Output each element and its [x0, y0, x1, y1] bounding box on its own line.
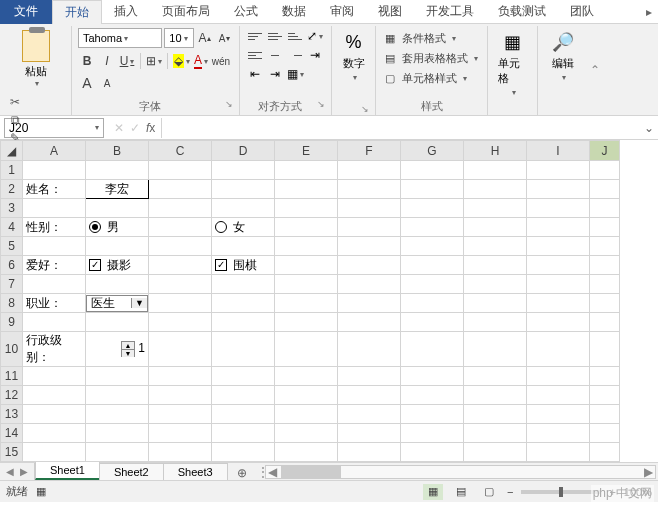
align-bottom-icon[interactable] [286, 28, 304, 44]
copy-icon[interactable]: ⧉ [6, 112, 24, 128]
row-header[interactable]: 3 [1, 199, 23, 218]
row-header[interactable]: 5 [1, 237, 23, 256]
row-header[interactable]: 4 [1, 218, 23, 237]
view-page-break-icon[interactable]: ▢ [479, 484, 499, 500]
decrease-font-icon[interactable]: A▾ [215, 28, 233, 48]
column-headers[interactable]: ◢ A B C D E F G H I J [1, 141, 620, 161]
sheet-nav[interactable]: ◀▶ [0, 463, 35, 480]
fx-icon[interactable]: fx [146, 121, 155, 135]
macro-record-icon[interactable]: ▦ [36, 485, 46, 498]
tab-team[interactable]: 团队 [558, 0, 606, 24]
format-as-table-button[interactable]: ▤套用表格格式▾ [382, 48, 481, 68]
row-header[interactable]: 14 [1, 424, 23, 443]
row-header[interactable]: 9 [1, 313, 23, 332]
radio-male[interactable]: 男 [86, 218, 149, 237]
tab-formulas[interactable]: 公式 [222, 0, 270, 24]
col-header[interactable]: D [212, 141, 275, 161]
orientation-icon[interactable]: ⤢▾ [306, 28, 324, 44]
sheet-tab[interactable]: Sheet1 [35, 461, 100, 480]
col-header[interactable]: A [23, 141, 86, 161]
tab-page-layout[interactable]: 页面布局 [150, 0, 222, 24]
font-small-a-icon[interactable]: A [98, 73, 116, 93]
row-header[interactable]: 13 [1, 405, 23, 424]
file-tab[interactable]: 文件 [0, 0, 52, 24]
spreadsheet-grid[interactable]: ◢ A B C D E F G H I J 1 2 姓名： 李宏 3 4 性别：… [0, 140, 658, 462]
row-header[interactable]: 12 [1, 386, 23, 405]
row-header[interactable]: 6 [1, 256, 23, 275]
bold-button[interactable]: B [78, 51, 96, 71]
zoom-out-icon[interactable]: − [507, 486, 513, 498]
cell-styles-button[interactable]: ▢单元格样式▾ [382, 68, 481, 88]
row-header[interactable]: 11 [1, 367, 23, 386]
merge-cells-icon[interactable]: ▦▾ [286, 66, 304, 82]
decrease-indent-icon[interactable]: ⇤ [246, 66, 264, 82]
number-format-button[interactable]: % 数字 ▾ [338, 28, 370, 84]
row-header[interactable]: 8 [1, 294, 23, 313]
checkbox-weiqi[interactable]: ✓围棋 [212, 256, 275, 275]
align-right-icon[interactable] [286, 47, 304, 63]
new-sheet-button[interactable]: ⊕ [227, 466, 257, 480]
checkbox-photo[interactable]: ✓摄影 [86, 256, 149, 275]
col-header[interactable]: G [401, 141, 464, 161]
col-header[interactable]: C [149, 141, 212, 161]
formula-input[interactable] [161, 118, 634, 138]
dialog-launcher-icon[interactable]: ↘ [361, 104, 369, 114]
row-header[interactable]: 2 [1, 180, 23, 199]
underline-button[interactable]: U▾ [118, 51, 136, 71]
editing-button[interactable]: 🔎 编辑 ▾ [547, 28, 579, 84]
phonetic-button[interactable]: wén [212, 51, 230, 71]
view-page-layout-icon[interactable]: ▤ [451, 484, 471, 500]
horizontal-scrollbar[interactable]: ◀▶ [265, 465, 656, 479]
align-middle-icon[interactable] [266, 28, 284, 44]
align-left-icon[interactable] [246, 47, 264, 63]
row-header[interactable]: 16 [1, 462, 23, 463]
tab-data[interactable]: 数据 [270, 0, 318, 24]
tab-load-test[interactable]: 负载测试 [486, 0, 558, 24]
conditional-format-button[interactable]: ▦条件格式▾ [382, 28, 481, 48]
sheet-tab[interactable]: Sheet3 [163, 463, 228, 480]
row-header[interactable]: 1 [1, 161, 23, 180]
tab-view[interactable]: 视图 [366, 0, 414, 24]
col-header[interactable]: F [338, 141, 401, 161]
dialog-launcher-icon[interactable]: ↘ [225, 99, 233, 109]
col-header[interactable]: H [464, 141, 527, 161]
ribbon-options-icon[interactable]: ⌃ [588, 26, 602, 113]
col-header[interactable]: J [590, 141, 620, 161]
row-header[interactable]: 10 [1, 332, 23, 367]
tab-insert[interactable]: 插入 [102, 0, 150, 24]
nav-prev-icon[interactable]: ◀ [4, 466, 16, 477]
italic-button[interactable]: I [98, 51, 116, 71]
combo-job[interactable]: 医生▼ [86, 295, 148, 312]
font-name-select[interactable]: Tahoma▾ [78, 28, 162, 48]
paste-button[interactable]: 粘贴 ▾ [6, 28, 65, 90]
font-size-select[interactable]: 10▾ [164, 28, 194, 48]
align-top-icon[interactable] [246, 28, 264, 44]
spinner-up-icon[interactable]: ▲ [122, 342, 134, 350]
wrap-text-icon[interactable]: ⇥ [306, 47, 324, 63]
fill-color-button[interactable]: ⬙▾ [172, 51, 190, 71]
enter-icon[interactable]: ✓ [130, 121, 140, 135]
sheet-tab[interactable]: Sheet2 [99, 463, 164, 480]
tab-home[interactable]: 开始 [52, 0, 102, 24]
ribbon-collapse-icon[interactable]: ▸ [640, 5, 658, 19]
align-center-icon[interactable] [266, 47, 284, 63]
input-name[interactable]: 李宏 [86, 180, 149, 199]
row-header[interactable]: 15 [1, 443, 23, 462]
view-normal-icon[interactable]: ▦ [423, 484, 443, 500]
dialog-launcher-icon[interactable]: ↘ [317, 99, 325, 109]
increase-font-icon[interactable]: A▴ [196, 28, 214, 48]
col-header[interactable]: B [86, 141, 149, 161]
cancel-icon[interactable]: ✕ [114, 121, 124, 135]
nav-next-icon[interactable]: ▶ [18, 466, 30, 477]
formula-bar-expand-icon[interactable]: ⌄ [640, 121, 658, 135]
col-header[interactable]: E [275, 141, 338, 161]
zoom-slider[interactable] [521, 490, 601, 494]
spinner-control[interactable]: ▲▼ [121, 341, 135, 357]
spinner-down-icon[interactable]: ▼ [122, 350, 134, 357]
border-button[interactable]: ⊞▾ [145, 51, 163, 71]
row-header[interactable]: 7 [1, 275, 23, 294]
col-header[interactable]: I [527, 141, 590, 161]
font-color-button[interactable]: A▾ [192, 51, 210, 71]
cells-button[interactable]: ▦ 单元格 ▾ [494, 28, 531, 99]
cut-icon[interactable]: ✂ [6, 94, 24, 110]
